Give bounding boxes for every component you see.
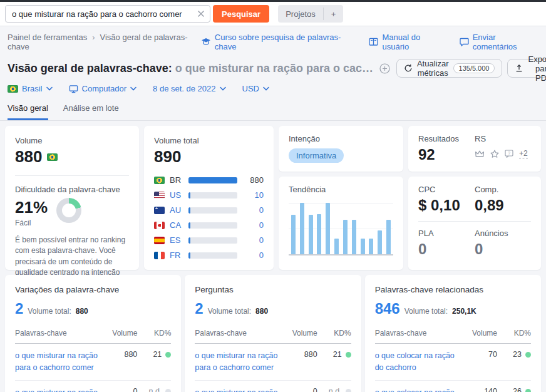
add-project-button[interactable]: + xyxy=(324,5,344,23)
keyword-row: o que misturar na ração para o cachorro … xyxy=(195,344,351,381)
country-code-link[interactable]: FR xyxy=(170,250,183,260)
crown-icon[interactable] xyxy=(475,150,485,158)
col-volume: Volume xyxy=(465,329,497,338)
kd-dot-icon xyxy=(165,352,171,358)
trend-card: Tendência xyxy=(279,177,403,270)
tab-analise-em-lote[interactable]: Análise em lote xyxy=(63,100,119,120)
kd-dot-icon xyxy=(165,389,171,392)
rs-more-link[interactable]: +2 xyxy=(519,149,528,158)
country-code-link[interactable]: AU xyxy=(170,205,183,215)
page-header: Visão geral de palavras-chave: o que mis… xyxy=(0,55,546,79)
table-header: Palavras-chave Volume KD% xyxy=(15,329,171,344)
kd-level: Fácil xyxy=(15,219,48,227)
keyword-link[interactable]: o que misturar na ração para o cachorro … xyxy=(15,387,101,392)
breadcrumb-parent-link[interactable]: Painel de ferramentas xyxy=(8,33,87,42)
date-filter-label: 8 de set. de 2022 xyxy=(153,84,215,93)
country-code-link[interactable]: ES xyxy=(170,235,183,245)
volume-value: 880 xyxy=(15,147,42,167)
country-volume-bar xyxy=(188,177,237,183)
svg-text:?: ? xyxy=(508,151,510,155)
col-keyword: Palavras-chave xyxy=(195,329,281,338)
country-volume-value: 880 xyxy=(242,175,264,185)
projects-button[interactable]: Projetos xyxy=(278,5,323,23)
refresh-icon xyxy=(404,64,413,73)
keyword-link[interactable]: o que colocar na ração para o cachorro c… xyxy=(375,387,461,392)
country-volume-value: 0 xyxy=(242,220,264,230)
brazil-flag-icon xyxy=(8,85,18,93)
export-pdf-button[interactable]: Exportar para PDF xyxy=(507,59,546,78)
related-title: Palavras-chave relacionadas xyxy=(375,285,531,294)
comp-value: 0,89 xyxy=(475,197,531,214)
update-metrics-button[interactable]: Atualizar métricas 135/5.000 xyxy=(396,59,503,78)
volume-total-card: Volume total 890 BR 880 US 10 AU 0 CA 0 … xyxy=(144,126,274,270)
topbar: Pesquisar Projetos + xyxy=(0,2,546,26)
device-filter[interactable]: Computador xyxy=(69,84,137,93)
results-value: 92 xyxy=(418,146,475,163)
country-row: BR 880 xyxy=(154,175,264,185)
keyword-link[interactable]: o que misturar na ração para o cachorro … xyxy=(195,350,281,374)
variations-title: Variações da palavra-chave xyxy=(15,285,171,294)
projects-button-group: Projetos + xyxy=(278,5,343,23)
chevron-down-icon xyxy=(130,86,136,91)
volume-label: Volume xyxy=(15,136,129,145)
keyword-row: o que colocar na ração do cachorro 70 23 xyxy=(375,344,531,381)
help-links: Curso sobre pesquisa de palavras-chave M… xyxy=(201,33,538,51)
trend-chart xyxy=(289,203,393,255)
flag-au-icon xyxy=(154,207,165,214)
col-keyword: Palavras-chave xyxy=(15,329,101,338)
keyword-link[interactable]: o que colocar na ração do cachorro xyxy=(375,350,461,374)
manual-link[interactable]: Manual do usuário xyxy=(369,33,445,51)
keyword-kd: 21 xyxy=(141,350,171,359)
kd-label: Dificuldade da palavra-chave xyxy=(15,185,129,194)
tab-visao-geral[interactable]: Visão geral xyxy=(8,100,48,120)
country-filter-label: Brasil xyxy=(22,84,43,93)
keyword-link[interactable]: o que misturar na ração para o cachorro … xyxy=(15,350,101,374)
keyword-kd: 26 xyxy=(501,387,531,392)
clear-search-icon[interactable] xyxy=(197,9,205,18)
search-button[interactable]: Pesquisar xyxy=(213,5,269,23)
pla-value: 0 xyxy=(418,240,475,258)
keyword-link[interactable]: o que misturar na ração para o cachorro … xyxy=(195,387,281,392)
keyword-volume: 880 xyxy=(105,350,137,359)
country-code-link[interactable]: CA xyxy=(170,220,183,230)
cpc-value: $ 0,10 xyxy=(418,197,475,214)
metrics-row: Volume 880 Dificuldade da palavra-chave … xyxy=(5,126,541,270)
chevron-down-icon xyxy=(220,86,226,91)
currency-filter[interactable]: USD xyxy=(242,84,269,93)
ads-label: Anúncios xyxy=(475,229,531,238)
search-input[interactable] xyxy=(5,5,210,23)
kd-dot-icon xyxy=(525,389,531,392)
date-filter[interactable]: 8 de set. de 2022 xyxy=(153,84,225,93)
total-label: Volume total: xyxy=(404,307,448,316)
breadcrumb: Painel de ferramentas›Visão geral de pal… xyxy=(8,33,201,51)
page-title-static: Visão geral de palavras-chave: xyxy=(8,62,172,75)
related-table-body: o que colocar na ração do cachorro 70 23… xyxy=(375,344,531,392)
chevron-down-icon xyxy=(46,86,53,91)
course-link-label: Curso sobre pesquisa de palavras-chave xyxy=(215,33,356,51)
chevron-down-icon xyxy=(263,86,269,91)
keyword-kd: 23 xyxy=(501,350,531,359)
keyword-kd: n.d. xyxy=(141,387,171,392)
total-label: Volume total: xyxy=(208,307,251,316)
col-kd: KD% xyxy=(501,329,531,338)
country-code-link[interactable]: US xyxy=(170,190,183,200)
header-actions: Atualizar métricas 135/5.000 Exportar pa… xyxy=(396,59,546,78)
star-icon[interactable] xyxy=(490,150,499,158)
filters-bar: Brasil Computador 8 de set. de 2022 USD xyxy=(0,79,546,100)
results-cpc-column: Resultados 92 RS ? +2 CPC $ 0,10 xyxy=(408,126,541,270)
related-count: 846 xyxy=(375,300,400,317)
country-filter[interactable]: Brasil xyxy=(8,84,53,93)
feedback-link[interactable]: Enviar comentários xyxy=(460,33,538,51)
table-header: Palavras-chave Volume KD% xyxy=(195,329,351,344)
add-keyword-icon[interactable] xyxy=(379,63,390,74)
trend-bar xyxy=(378,230,382,254)
kd-dot-icon xyxy=(346,389,351,392)
intent-badge[interactable]: Informativa xyxy=(289,148,344,163)
desktop-icon xyxy=(69,85,78,93)
course-link[interactable]: Curso sobre pesquisa de palavras-chave xyxy=(201,33,356,51)
trend-label: Tendência xyxy=(289,185,393,194)
breadcrumb-separator: › xyxy=(92,33,95,42)
country-code-link[interactable]: BR xyxy=(170,175,183,185)
comment-question-icon[interactable]: ? xyxy=(505,150,513,158)
variations-total: 880 xyxy=(76,307,88,316)
